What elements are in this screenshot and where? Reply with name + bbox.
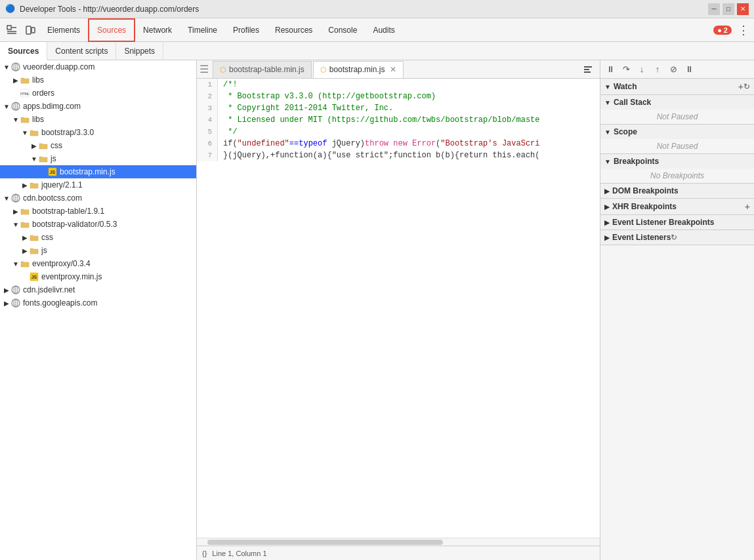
tree-label-bootstrap-validator-053: bootstrap-validator/0.5.3	[32, 220, 117, 229]
tree-toggle-cdn-jsdelivr: ▶	[3, 287, 10, 294]
watch-add-button[interactable]: +	[738, 81, 744, 92]
tree-item-cdn-jsdelivr[interactable]: ▶cdn.jsdelivr.net	[0, 283, 196, 296]
tree-label-css: css	[51, 141, 62, 150]
tree-item-bootstrap-min-js[interactable]: JSbootstrap.min.js	[0, 165, 196, 178]
editor-tab-bootstrap-min[interactable]: ⬡ bootstrap.min.js ✕	[313, 61, 404, 78]
event-listeners-section-header[interactable]: ▶ Event Listeners ↻	[600, 230, 754, 245]
tree-item-css[interactable]: ▶css	[0, 139, 196, 152]
xhr-breakpoints-add-button[interactable]: +	[745, 201, 750, 212]
tree-icon-eventproxy-min-js: JS	[29, 271, 39, 282]
code-line-6: 6if("undefined"==typeof jQuery)throw new…	[197, 138, 600, 150]
tree-item-js2[interactable]: ▶js	[0, 244, 196, 257]
line-number-5: 5	[197, 126, 218, 138]
watch-section-header[interactable]: ▼ Watch + ↻	[600, 79, 754, 94]
call-stack-toggle-icon: ▼	[604, 99, 611, 106]
dom-breakpoints-section-header[interactable]: ▶ DOM Breakpoints	[600, 184, 754, 198]
tree-item-apps-bdimg[interactable]: ▼apps.bdimg.com	[0, 100, 196, 113]
pause-on-exception-button[interactable]: ⏸	[682, 62, 696, 77]
format-source-button[interactable]	[579, 60, 597, 79]
tree-item-bootstrap-330[interactable]: ▼bootstrap/3.3.0	[0, 126, 196, 139]
tree-icon-apps-bdimg	[10, 101, 21, 111]
inspect-element-button[interactable]	[3, 21, 21, 39]
tree-item-js[interactable]: ▼js	[0, 152, 196, 165]
svg-text:JS: JS	[50, 170, 56, 174]
line-content-4: * Licensed under MIT (https://github.com…	[218, 114, 539, 126]
breakpoints-toggle-icon: ▼	[604, 158, 611, 165]
tree-icon-bootstrap-330	[29, 127, 39, 138]
close-button[interactable]: ✕	[737, 3, 749, 15]
tree-label-bootstrap-330: bootstrap/3.3.0	[41, 128, 94, 137]
code-editor[interactable]: 1/*!2 * Bootstrap v3.3.0 (http://getboot…	[197, 79, 600, 538]
tree-toggle-bootstrap-330: ▼	[21, 129, 29, 136]
tree-item-fonts-googleapis[interactable]: ▶fonts.googleapis.com	[0, 296, 196, 310]
tree-label-vueorder: vueorder.duapp.com	[23, 62, 94, 71]
event-listener-breakpoints-header[interactable]: ▶ Event Listener Breakpoints	[600, 215, 754, 230]
tree-item-bootstrap-table-191[interactable]: ▶bootstrap-table/1.9.1	[0, 205, 196, 218]
right-panel: ⏸ ↷ ↓ ↑ ⊘ ⏸	[600, 60, 754, 560]
editor-tabs: ☰ ⬡ bootstrap-table.min.js ⬡ bootstrap.m…	[197, 60, 600, 79]
tab-timeline[interactable]: Timeline	[180, 18, 225, 42]
tree-label-libs2: libs	[32, 115, 44, 124]
tree-item-libs2[interactable]: ▼libs	[0, 113, 196, 126]
step-into-button[interactable]: ↓	[635, 62, 649, 77]
step-out-button[interactable]: ↑	[650, 62, 665, 77]
event-listeners-refresh-button[interactable]: ↻	[671, 233, 677, 242]
tree-icon-cdn-bootcss	[10, 193, 21, 203]
subtab-sources[interactable]: Sources	[0, 42, 47, 60]
tab-network[interactable]: Network	[135, 18, 180, 42]
tree-toggle-cdn-bootcss: ▼	[3, 195, 10, 202]
device-toolbar-button[interactable]	[21, 21, 39, 39]
tree-label-eventproxy-min-js: eventproxy.min.js	[41, 272, 102, 281]
scope-section-header[interactable]: ▼ Scope	[600, 125, 754, 139]
breakpoints-section-header[interactable]: ▼ Breakpoints	[600, 154, 754, 169]
minimize-button[interactable]: ─	[708, 3, 720, 15]
tree-icon-orders: HTML	[20, 88, 30, 98]
subtab-snippets[interactable]: Snippets	[116, 42, 163, 60]
tree-item-libs[interactable]: ▶libs	[0, 73, 196, 87]
tree-item-jquery-211[interactable]: ▶jquery/2.1.1	[0, 178, 196, 191]
window-controls: ─ □ ✕	[708, 3, 749, 15]
tab-console[interactable]: Console	[320, 18, 365, 42]
tree-icon-bootstrap-min-js: JS	[47, 167, 58, 177]
cursor-position: Line 1, Column 1	[212, 550, 266, 557]
line-content-6: if("undefined"==typeof jQuery)throw new …	[218, 138, 540, 150]
tree-icon-bootstrap-validator-053	[20, 219, 30, 230]
step-over-button[interactable]: ↷	[619, 62, 633, 77]
watch-refresh-button[interactable]: ↻	[744, 82, 750, 91]
more-menu-button[interactable]: ⋮	[736, 22, 751, 38]
scope-label: Scope	[614, 127, 637, 136]
tree-label-eventproxy-034: eventproxy/0.3.4	[32, 259, 91, 268]
maximize-button[interactable]: □	[723, 3, 734, 15]
editor-tab-label: bootstrap-table.min.js	[229, 65, 304, 74]
close-tab-button[interactable]: ✕	[390, 65, 396, 74]
tree-item-orders[interactable]: HTMLorders	[0, 87, 196, 100]
code-line-7: 7}(jQuery),+function(a){"use strict";fun…	[197, 150, 600, 161]
tree-item-eventproxy-034[interactable]: ▼eventproxy/0.3.4	[0, 257, 196, 270]
tab-elements[interactable]: Elements	[39, 18, 88, 42]
tree-item-vueorder[interactable]: ▼vueorder.duapp.com	[0, 60, 196, 73]
tab-sources[interactable]: Sources	[88, 18, 135, 42]
call-stack-section-header[interactable]: ▼ Call Stack	[600, 95, 754, 110]
subtab-content-scripts[interactable]: Content scripts	[47, 42, 116, 60]
xhr-breakpoints-section-header[interactable]: ▶ XHR Breakpoints +	[600, 199, 754, 214]
tree-item-cdn-bootcss[interactable]: ▼cdn.bootcss.com	[0, 191, 196, 205]
xhr-breakpoints-label: XHR Breakpoints	[612, 202, 677, 211]
code-line-5: 5 */	[197, 126, 600, 138]
tab-profiles[interactable]: Profiles	[225, 18, 267, 42]
tree-label-bootstrap-min-js: bootstrap.min.js	[60, 167, 115, 176]
tab-resources[interactable]: Resources	[267, 18, 320, 42]
js-file-icon: ⬡	[220, 66, 226, 74]
tree-item-css2[interactable]: ▶css	[0, 231, 196, 244]
pause-button[interactable]: ⏸	[603, 62, 618, 77]
tree-item-bootstrap-validator-053[interactable]: ▼bootstrap-validator/0.5.3	[0, 218, 196, 231]
editor-status-bar: {} Line 1, Column 1	[197, 546, 600, 560]
tab-audits[interactable]: Audits	[365, 18, 402, 42]
tree-item-eventproxy-min-js[interactable]: JSeventproxy.min.js	[0, 270, 196, 283]
tree-icon-bootstrap-table-191	[20, 206, 30, 216]
svg-rect-28	[584, 69, 589, 70]
deactivate-breakpoints-button[interactable]: ⊘	[666, 62, 681, 77]
horizontal-scrollbar[interactable]	[197, 538, 600, 546]
tree-toggle-css2: ▶	[21, 234, 29, 241]
svg-rect-29	[584, 71, 591, 73]
editor-tab-bootstrap-table-min[interactable]: ⬡ bootstrap-table.min.js	[213, 61, 312, 78]
